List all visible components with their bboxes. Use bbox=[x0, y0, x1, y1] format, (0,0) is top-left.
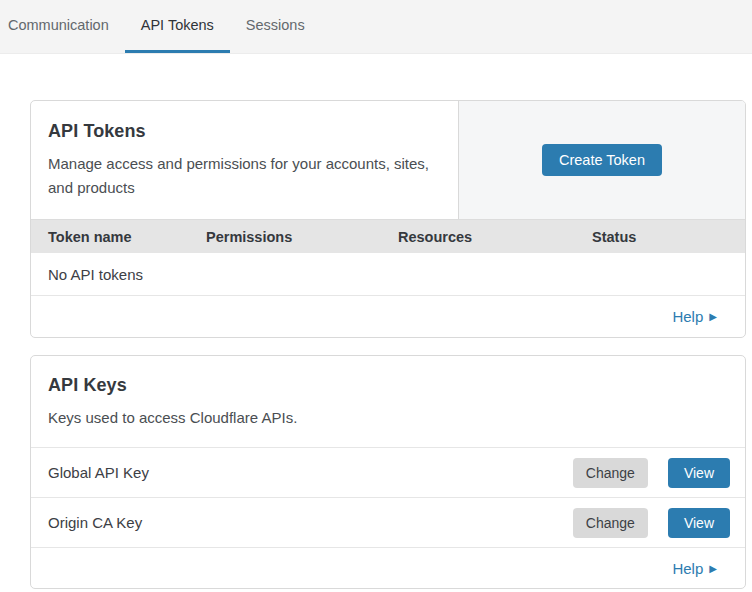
api-tokens-card-footer: Help bbox=[31, 295, 745, 337]
api-key-row-origin-ca: Origin CA Key Change View bbox=[31, 498, 745, 548]
view-origin-ca-key-button[interactable]: View bbox=[668, 508, 730, 538]
api-key-name: Global API Key bbox=[48, 464, 573, 481]
api-tokens-card-header: API Tokens Manage access and permissions… bbox=[31, 101, 745, 219]
api-keys-card: API Keys Keys used to access Cloudflare … bbox=[30, 355, 746, 589]
api-keys-help-link[interactable]: Help bbox=[672, 560, 717, 577]
view-global-api-key-button[interactable]: View bbox=[668, 458, 730, 488]
api-tokens-card: API Tokens Manage access and permissions… bbox=[30, 100, 746, 338]
page-content: API Tokens Manage access and permissions… bbox=[0, 54, 752, 589]
help-arrow-icon bbox=[709, 563, 717, 574]
change-global-api-key-button[interactable]: Change bbox=[573, 458, 648, 488]
api-keys-card-footer: Help bbox=[31, 548, 745, 588]
tab-communication[interactable]: Communication bbox=[8, 0, 125, 53]
api-key-name: Origin CA Key bbox=[48, 514, 573, 531]
api-keys-help-label: Help bbox=[672, 560, 703, 577]
api-keys-title: API Keys bbox=[48, 375, 728, 396]
column-header-resources: Resources bbox=[398, 229, 592, 245]
column-header-token-name: Token name bbox=[48, 229, 206, 245]
api-keys-description: Keys used to access Cloudflare APIs. bbox=[48, 406, 728, 430]
column-header-status: Status bbox=[592, 229, 745, 245]
tab-api-tokens[interactable]: API Tokens bbox=[125, 0, 230, 53]
tokens-empty-row: No API tokens bbox=[31, 253, 745, 295]
api-tokens-description: Manage access and permissions for your a… bbox=[48, 152, 430, 200]
tokens-empty-message: No API tokens bbox=[48, 266, 143, 283]
help-arrow-icon bbox=[709, 311, 717, 322]
api-tokens-card-header-action: Create Token bbox=[458, 101, 745, 219]
tokens-table-header: Token name Permissions Resources Status bbox=[31, 219, 745, 253]
column-header-permissions: Permissions bbox=[206, 229, 398, 245]
tab-bar: Communication API Tokens Sessions bbox=[0, 0, 752, 54]
api-keys-card-header: API Keys Keys used to access Cloudflare … bbox=[31, 356, 745, 448]
api-tokens-card-header-text: API Tokens Manage access and permissions… bbox=[31, 101, 458, 219]
api-tokens-help-link[interactable]: Help bbox=[672, 308, 717, 325]
api-key-row-global: Global API Key Change View bbox=[31, 448, 745, 498]
tab-sessions[interactable]: Sessions bbox=[230, 0, 321, 53]
api-tokens-title: API Tokens bbox=[48, 121, 430, 142]
api-tokens-help-label: Help bbox=[672, 308, 703, 325]
change-origin-ca-key-button[interactable]: Change bbox=[573, 508, 648, 538]
create-token-button[interactable]: Create Token bbox=[542, 144, 662, 176]
